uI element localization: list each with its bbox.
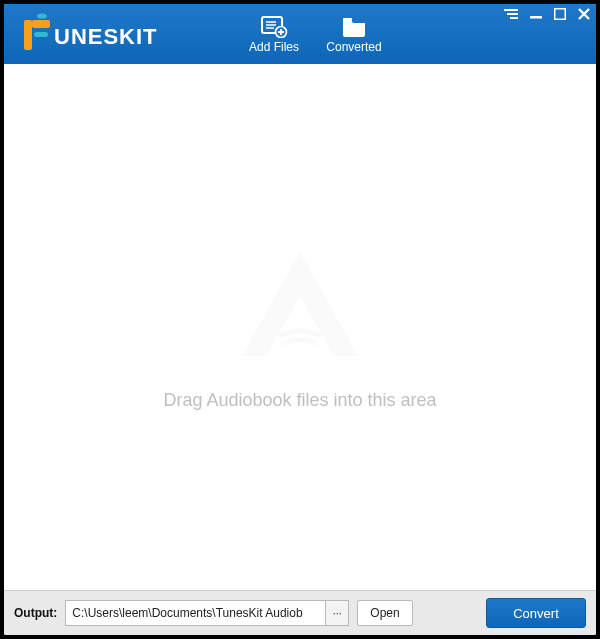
folder-icon	[340, 14, 368, 38]
brand-logo: UNESKIT	[4, 4, 234, 64]
open-button[interactable]: Open	[357, 600, 412, 626]
drag-hint-text: Drag Audiobook files into this area	[163, 390, 436, 411]
svg-rect-14	[510, 17, 518, 19]
convert-button[interactable]: Convert	[486, 598, 586, 628]
svg-rect-1	[32, 20, 50, 28]
add-files-icon	[260, 14, 288, 38]
menu-icon	[504, 8, 518, 20]
svg-rect-12	[504, 9, 518, 11]
menu-button[interactable]	[504, 8, 518, 20]
brand-text: UNESKIT	[54, 24, 158, 49]
converted-label: Converted	[326, 40, 381, 54]
maximize-button[interactable]	[554, 8, 566, 20]
tuneskit-logo-icon: UNESKIT	[14, 12, 194, 56]
minimize-button[interactable]	[530, 8, 542, 20]
close-icon	[578, 8, 590, 20]
converted-button[interactable]: Converted	[314, 4, 394, 64]
svg-rect-15	[530, 16, 542, 19]
close-button[interactable]	[578, 8, 590, 20]
add-files-label: Add Files	[249, 40, 299, 54]
toolbar-buttons: Add Files Converted	[234, 4, 394, 64]
svg-point-2	[37, 13, 47, 18]
svg-rect-16	[555, 9, 566, 20]
minimize-icon	[530, 8, 542, 20]
audiobook-watermark-icon	[230, 244, 370, 368]
svg-rect-0	[24, 20, 32, 50]
output-label: Output:	[14, 606, 57, 620]
drop-area[interactable]: Drag Audiobook files into this area	[4, 64, 596, 590]
toolbar: UNESKIT Add Files	[4, 4, 596, 64]
window-controls	[504, 8, 590, 20]
app-window: UNESKIT Add Files	[4, 4, 596, 635]
svg-rect-11	[343, 18, 352, 21]
svg-rect-3	[34, 32, 48, 37]
output-path-input[interactable]	[65, 600, 325, 626]
maximize-icon	[554, 8, 566, 20]
browse-button[interactable]: ···	[325, 600, 349, 626]
svg-rect-13	[507, 13, 518, 15]
bottom-bar: Output: ··· Open Convert	[4, 590, 596, 635]
add-files-button[interactable]: Add Files	[234, 4, 314, 64]
